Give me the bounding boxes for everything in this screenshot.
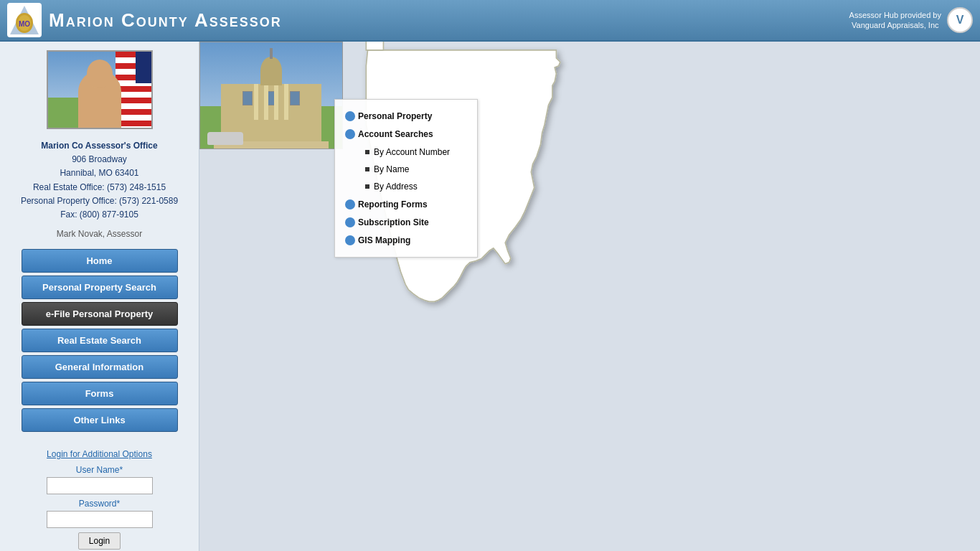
main-layout: Marion Co Assessor's Office 906 Broadway… (0, 42, 980, 551)
globe-icon (345, 111, 355, 121)
assessor-name: Mark Novak, Assessor (57, 229, 142, 239)
rf-row[interactable]: Reporting Forms (345, 196, 467, 213)
globe-icon-4 (345, 217, 355, 227)
login-link[interactable]: Login for Additional Options (14, 449, 184, 459)
password-label: Password* (14, 499, 184, 509)
nav-btn-forms[interactable]: Forms (22, 382, 178, 405)
login-section: Login for Additional Options User Name* … (0, 449, 199, 550)
state-logo-icon: MO (7, 3, 42, 37)
nav-btn-general-info[interactable]: General Information (22, 355, 178, 379)
nav-btn-home[interactable]: Home (22, 249, 178, 273)
globe-icon-3 (345, 199, 355, 209)
username-input[interactable] (47, 477, 153, 494)
as-row[interactable]: Account Searches (345, 126, 467, 143)
header-right: Assessor Hub provided by Vanguard Apprai… (849, 7, 973, 33)
username-label: User Name* (14, 465, 184, 475)
by-name-row[interactable]: By Name (365, 161, 467, 178)
content-area: Personal Property Account Searches By Ac… (199, 42, 980, 551)
header: MO Marion County Assessor Assessor Hub p… (0, 0, 980, 42)
gis-row[interactable]: GIS Mapping (345, 232, 467, 249)
page-title: Marion County Assessor (49, 9, 849, 32)
pp-row[interactable]: Personal Property (345, 108, 467, 125)
svg-text:MO: MO (19, 20, 30, 28)
ss-row[interactable]: Subscription Site (345, 214, 467, 231)
nav-buttons: HomePersonal Property Searche-File Perso… (22, 246, 178, 435)
nav-btn-efile[interactable]: e-File Personal Property (22, 302, 178, 326)
courthouse-image (199, 42, 343, 149)
password-input[interactable] (47, 511, 153, 528)
assessor-photo (47, 50, 153, 129)
info-overlay: Personal Property Account Searches By Ac… (334, 99, 478, 258)
hub-text: Assessor Hub provided by Vanguard Apprai… (849, 10, 941, 31)
login-button[interactable]: Login (78, 532, 121, 550)
globe-icon-2 (345, 129, 355, 139)
globe-icon-5 (345, 235, 355, 245)
vanguard-logo-icon[interactable]: V (947, 7, 973, 33)
office-info: Marion Co Assessor's Office 906 Broadway… (14, 135, 185, 226)
by-address-row[interactable]: By Address (365, 178, 467, 195)
by-account-row[interactable]: By Account Number (365, 143, 467, 161)
nav-btn-other-links[interactable]: Other Links (22, 408, 178, 432)
nav-btn-personal-property-search[interactable]: Personal Property Search (22, 276, 178, 299)
nav-btn-real-estate-search[interactable]: Real Estate Search (22, 329, 178, 352)
sidebar: Marion Co Assessor's Office 906 Broadway… (0, 42, 199, 551)
